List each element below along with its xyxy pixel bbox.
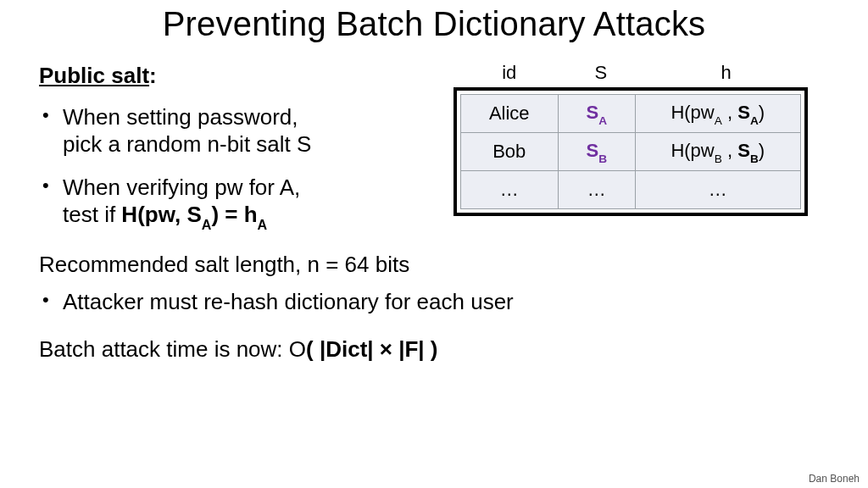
- h-s: S: [737, 140, 750, 161]
- s-sub: A: [598, 114, 607, 127]
- h-sub2: A: [750, 114, 759, 127]
- table-row: … … …: [460, 171, 800, 209]
- h-close: ): [759, 140, 765, 161]
- s-base: S: [586, 102, 598, 123]
- lower-bullets: Attacker must re-hash dictionary for eac…: [39, 288, 829, 317]
- cell-s: …: [558, 171, 635, 209]
- right-column: id S h Alice SA H(pwA , SA) Bob S: [445, 62, 829, 246]
- author-footer: Dan Boneh: [809, 473, 860, 485]
- s-sub: B: [598, 152, 607, 165]
- bullet-2-pre: test if: [63, 202, 121, 227]
- bullet-2-sub-a: A: [202, 217, 212, 232]
- h-close: ): [759, 102, 765, 123]
- h-mid: ,: [722, 140, 737, 161]
- cell-id: Alice: [460, 95, 558, 133]
- content-row: Public salt: When setting password, pick…: [0, 62, 868, 246]
- cell-h: H(pwA , SA): [635, 95, 800, 133]
- subheading: Public salt:: [39, 62, 445, 90]
- lower-block: Recommended salt length, n = 64 bits Att…: [0, 251, 868, 363]
- bullet-2-line1: When verifying pw for A,: [63, 175, 300, 200]
- bullet-list: When setting password, pick a random n-b…: [39, 103, 445, 231]
- bullet-1-line2: pick a random n-bit salt S: [63, 131, 311, 157]
- table-col-headers: id S h: [459, 62, 829, 84]
- col-header-id: id: [459, 62, 560, 84]
- h-sub2: B: [750, 152, 759, 165]
- h-mid: ,: [722, 102, 737, 123]
- salt-table: Alice SA H(pwA , SA) Bob SB H(pwB , SB): [460, 94, 801, 209]
- cell-id: …: [460, 171, 558, 209]
- rec-line: Recommended salt length, n = 64 bits: [39, 251, 829, 280]
- col-header-s: S: [560, 62, 642, 84]
- col-header-h: h: [642, 62, 811, 84]
- left-column: Public salt: When setting password, pick…: [39, 62, 445, 246]
- h-sub1: A: [715, 114, 722, 127]
- table-row: Bob SB H(pwB , SB): [460, 133, 800, 171]
- subheading-underline: Public salt: [39, 63, 149, 88]
- batch-bold: ( |Dict| × |F| ): [306, 336, 438, 362]
- cell-s: SA: [558, 95, 635, 133]
- h-open: H(pw: [670, 140, 714, 161]
- bullet-2-sub-a2: A: [258, 217, 268, 232]
- bullet-1: When setting password, pick a random n-b…: [39, 103, 445, 158]
- bullet-2-line2: test if H(pw, SA) = hA: [63, 202, 267, 227]
- table-frame: Alice SA H(pwA , SA) Bob SB H(pwB , SB): [453, 87, 808, 216]
- h-sub1: B: [715, 152, 722, 165]
- cell-h: …: [635, 171, 800, 209]
- slide-title: Preventing Batch Dictionary Attacks: [0, 5, 868, 43]
- bullet-1-line1: When setting password,: [63, 104, 298, 130]
- lower-bullet-1: Attacker must re-hash dictionary for eac…: [39, 288, 829, 317]
- batch-pre: Batch attack time is now: O: [39, 336, 306, 362]
- s-base: S: [586, 140, 598, 161]
- cell-h: H(pwB , SB): [635, 133, 800, 171]
- subheading-colon: :: [149, 63, 157, 88]
- bullet-2-bold-open: H(pw, S: [121, 202, 201, 227]
- cell-id: Bob: [460, 133, 558, 171]
- table-row: Alice SA H(pwA , SA): [460, 95, 800, 133]
- h-s: S: [737, 102, 750, 123]
- bullet-2-bold-mid: ) = h: [211, 202, 257, 227]
- h-open: H(pw: [670, 102, 714, 123]
- bullet-2: When verifying pw for A, test if H(pw, S…: [39, 174, 445, 231]
- batch-line: Batch attack time is now: O( |Dict| × |F…: [39, 336, 829, 364]
- cell-s: SB: [558, 133, 635, 171]
